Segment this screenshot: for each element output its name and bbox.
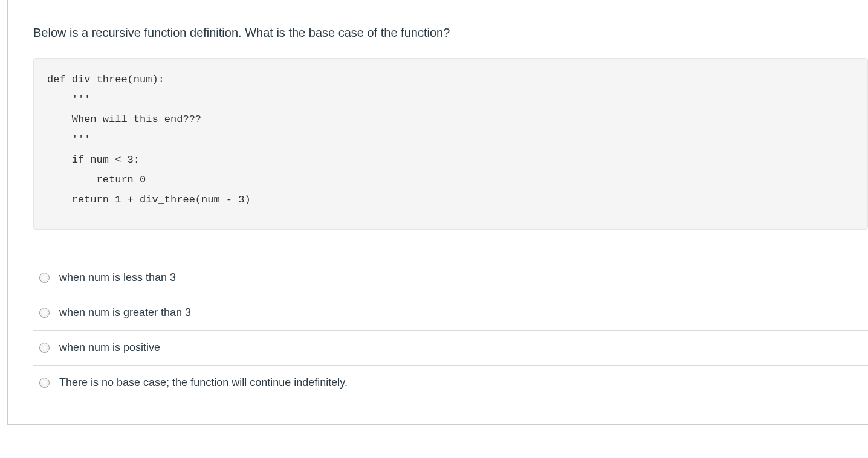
- radio-icon[interactable]: [39, 273, 50, 283]
- answer-option[interactable]: There is no base case; the function will…: [33, 365, 868, 400]
- code-block: def div_three(num): ''' When will this e…: [33, 58, 868, 230]
- answer-option[interactable]: when num is greater than 3: [33, 295, 868, 330]
- answer-option[interactable]: when num is less than 3: [33, 260, 868, 295]
- answers-list: when num is less than 3 when num is grea…: [33, 260, 868, 400]
- answer-label: when num is greater than 3: [59, 306, 868, 319]
- radio-icon[interactable]: [39, 378, 50, 388]
- question-prompt: Below is a recursive function definition…: [33, 24, 868, 41]
- radio-icon[interactable]: [39, 343, 50, 353]
- radio-icon[interactable]: [39, 308, 50, 318]
- answer-label: when num is less than 3: [59, 271, 868, 284]
- answer-label: There is no base case; the function will…: [59, 376, 868, 389]
- answer-option[interactable]: when num is positive: [33, 330, 868, 365]
- question-content: Below is a recursive function definition…: [8, 0, 868, 424]
- answer-label: when num is positive: [59, 341, 868, 354]
- question-container: Below is a recursive function definition…: [7, 0, 868, 425]
